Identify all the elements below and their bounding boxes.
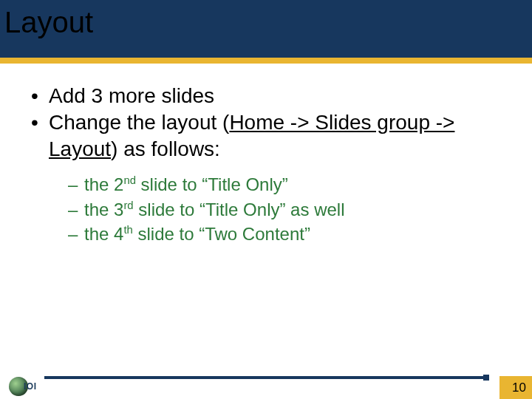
footer-divider [44,376,488,379]
sub-text: the 4 [84,224,123,244]
sub-bullet-item: the 3rd slide to “Title Only” as well [68,197,504,222]
bullet-text: Add 3 more slides [49,84,214,107]
sub-text: slide to “Title Only” as well [134,200,345,219]
bullet-list: Add 3 more slides Change the layout (Hom… [28,83,504,246]
body-content: Add 3 more slides Change the layout (Hom… [28,83,504,246]
bullet-item: Change the layout (Home -> Slides group … [28,109,504,246]
bullet-text-part: Change the layout ( [49,111,229,134]
ordinal-suffix: th [123,224,132,236]
sub-text: slide to “Title Only” [136,174,288,194]
slide: Layout Add 3 more slides Change the layo… [0,0,532,399]
page-number: 10 [512,381,526,395]
slide-title: Layout [4,6,93,39]
logo-text: IOI [24,381,37,392]
ordinal-suffix: nd [123,174,136,186]
accent-bar [0,58,532,64]
sub-text: slide to “Two Content” [133,224,310,244]
sub-bullet-item: the 2nd slide to “Title Only” [68,172,504,197]
footer-logo: IOI [9,377,44,398]
bullet-text-part: ) as follows: [111,137,220,160]
bullet-item: Add 3 more slides [28,83,504,109]
sub-bullet-item: the 4th slide to “Two Content” [68,222,504,246]
sub-text: the 3 [84,200,123,219]
sub-text: the 2 [84,174,123,194]
sub-bullet-list: the 2nd slide to “Title Only” the 3rd sl… [68,172,504,245]
ordinal-suffix: rd [123,200,133,211]
